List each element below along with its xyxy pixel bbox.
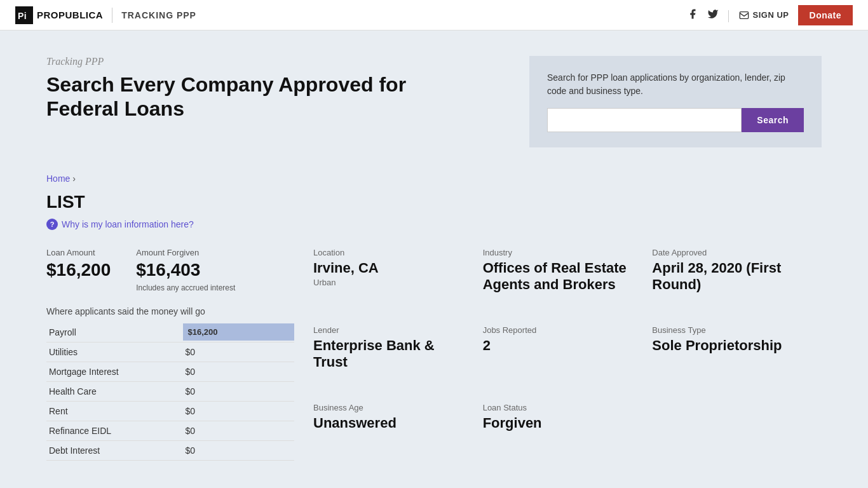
jobs-label: Jobs Reported [483,325,640,335]
signup-link[interactable]: SIGN UP [739,10,789,20]
allocation-value: $0 [183,362,295,381]
allocation-tbody: Payroll$16,200Utilities$0Mortgage Intere… [46,323,294,461]
search-button[interactable]: Search [742,108,804,132]
business-type-label: Business Type [652,325,809,335]
left-panel: Loan Amount $16,200 Amount Forgiven $16,… [46,248,313,461]
loan-forgiven-section: Amount Forgiven $16,403 Includes any acc… [136,248,235,294]
lender-label: Lender [313,325,470,335]
info-date: Date Approved April 28, 2020 (First Roun… [652,248,822,313]
breadcrumb-home-link[interactable]: Home [46,173,70,184]
info-business-age: Business Age Unanswered [313,390,483,451]
industry-label: Industry [483,248,640,257]
location-sub: Urban [313,278,470,287]
loan-amounts: Loan Amount $16,200 Amount Forgiven $16,… [46,248,294,294]
info-grid: Location Irvine, CA Urban Industry Offic… [313,248,822,451]
propublica-wordmark: PROPUBLICA [37,10,103,20]
industry-value: Offices of Real Estate Agents and Broker… [483,260,640,294]
business-type-value: Sole Proprietorship [652,337,809,354]
date-label: Date Approved [652,248,809,257]
hero-section: Tracking PPP Search Every Company Approv… [46,56,529,121]
info-business-type: Business Type Sole Proprietorship [652,313,822,390]
svg-text:Pi: Pi [18,11,27,21]
allocation-row: Debt Interest$0 [46,440,294,460]
why-loan-row: ? Why is my loan information here? [46,219,822,230]
right-panel: Location Irvine, CA Urban Industry Offic… [313,248,822,461]
allocation-row: Health Care$0 [46,381,294,401]
lender-value: Enterprise Bank & Trust [313,337,470,371]
allocation-heading: Where applicants said the money will go [46,306,294,316]
info-empty [652,390,822,451]
header-left: Pi PROPUBLICA TRACKING PPP [15,6,196,24]
allocation-label: Health Care [46,381,183,401]
question-icon: ? [46,219,58,230]
allocation-row: Refinance EIDL$0 [46,421,294,440]
email-icon [739,10,749,20]
list-heading: LIST [46,192,822,212]
allocation-label: Rent [46,401,183,421]
allocation-row: Rent$0 [46,401,294,421]
business-age-label: Business Age [313,403,470,412]
payroll-bar: $16,200 [183,323,295,341]
why-loan-link[interactable]: Why is my loan information here? [62,219,194,229]
allocation-value: $0 [183,381,295,401]
allocation-value: $0 [183,421,295,440]
twitter-icon [707,8,719,20]
search-description: Search for PPP loan applications by orga… [547,71,804,98]
facebook-link[interactable] [687,8,698,22]
loan-status-value: Forgiven [483,415,640,431]
breadcrumb-arrow: › [72,173,76,184]
header: Pi PROPUBLICA TRACKING PPP | SIGN UP Don… [0,0,868,30]
twitter-link[interactable] [707,8,719,22]
signup-label: SIGN UP [753,10,789,20]
header-divider [112,8,112,23]
business-age-value: Unanswered [313,415,470,431]
svg-rect-2 [740,11,748,18]
content-grid: Loan Amount $16,200 Amount Forgiven $16,… [46,248,822,461]
allocation-value: $0 [183,342,295,362]
loan-forgiven-value: $16,403 [136,260,235,280]
info-location: Location Irvine, CA Urban [313,248,483,313]
propublica-logo-icon: Pi [15,6,33,24]
header-pipe: | [728,8,730,22]
header-right: | SIGN UP Donate [687,5,853,25]
info-loan-status: Loan Status Forgiven [483,390,653,451]
loan-forgiven-label: Amount Forgiven [136,248,235,257]
loan-status-label: Loan Status [483,403,640,412]
hero-subtitle: Tracking PPP [46,56,504,67]
hero-title: Search Every Company Approved for Federa… [46,72,504,121]
breadcrumb: Home › [46,173,822,184]
allocation-label: Payroll [46,323,183,342]
location-value: Irvine, CA [313,260,470,276]
allocation-table: Payroll$16,200Utilities$0Mortgage Intere… [46,323,294,461]
jobs-value: 2 [483,337,640,354]
allocation-label: Debt Interest [46,440,183,460]
facebook-icon [687,8,698,20]
allocation-value: $16,200 [183,323,295,342]
location-label: Location [313,248,470,257]
donate-button[interactable]: Donate [798,5,853,25]
header-logo: Pi PROPUBLICA [15,6,103,24]
date-value: April 28, 2020 (First Round) [652,260,809,294]
search-row: Search [547,108,804,132]
info-jobs: Jobs Reported 2 [483,313,653,390]
loan-amount-section: Loan Amount $16,200 [46,248,111,294]
allocation-value: $0 [183,401,295,421]
allocation-label: Mortgage Interest [46,362,183,381]
allocation-label: Refinance EIDL [46,421,183,440]
allocation-row: Utilities$0 [46,342,294,362]
loan-amount-label: Loan Amount [46,248,111,257]
main-content: Tracking PPP Search Every Company Approv… [21,30,847,486]
info-industry: Industry Offices of Real Estate Agents a… [483,248,653,313]
search-input[interactable] [547,108,742,132]
allocation-label: Utilities [46,342,183,362]
allocation-value: $0 [183,440,295,460]
top-section: Tracking PPP Search Every Company Approv… [46,56,822,147]
loan-amount-value: $16,200 [46,260,111,280]
allocation-row: Mortgage Interest$0 [46,362,294,381]
info-lender: Lender Enterprise Bank & Trust [313,313,483,390]
allocation-row: Payroll$16,200 [46,323,294,342]
search-box: Search for PPP loan applications by orga… [529,56,822,147]
header-tracking-label: TRACKING PPP [121,10,196,20]
loan-forgiven-note: Includes any accrued interest [136,283,235,294]
